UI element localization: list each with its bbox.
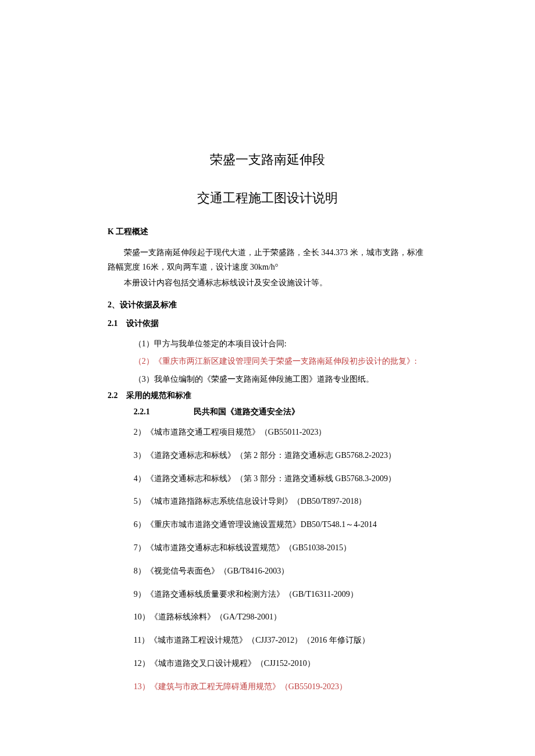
list-item: 5）《城市道路指路标志系统信息设计导则》（DB50/T897-2018） xyxy=(134,495,427,508)
list-item: （1）甲方与我单位签定的本项目设计合同: xyxy=(134,337,427,351)
document-subtitle: 交通工程施工图设计说明 xyxy=(108,189,427,207)
list-item: 12）《城市道路交叉口设计规程》（CJJ152-2010） xyxy=(134,657,427,671)
section-k-paragraph-2: 本册设计内容包括交通标志标线设计及安全设施设计等。 xyxy=(108,275,427,290)
list-item: （3）我单位编制的《荣盛一支路南延伸段施工图》道路专业图纸。 xyxy=(134,372,427,386)
list-item: 6）《重庆市城市道路交通管理设施设置规范》DB50/T548.1～4-2014 xyxy=(134,518,427,532)
section-k-header: K 工程概述 xyxy=(108,227,427,237)
section-2-1-header: 2.1 设计依据 xyxy=(108,318,427,329)
standard-number: 2.2.1 xyxy=(134,407,192,417)
document-title: 荣盛一支路南延伸段 xyxy=(108,151,427,169)
standard-text: 民共和国《道路交通安全法》 xyxy=(194,407,299,416)
list-item: 11）《城市道路工程设计规范》（CJJ37-2012）（2016 年修订版） xyxy=(134,633,427,647)
section-k-paragraph-1: 荣盛一支路南延伸段起于现代大道，止于荣盛路，全长 344.373 米，城市支路，… xyxy=(108,245,427,274)
standards-list: 2）《城市道路交通工程项目规范》（GB55011-2023） 3）《道路交通标志… xyxy=(108,425,427,694)
section-2-2-header: 2.2 采用的规范和标准 xyxy=(108,390,427,401)
list-item: 4）《道路交通标志和标线》（第 3 部分：道路交通标线 GB5768.3-200… xyxy=(134,472,427,486)
list-item: 8）《视觉信号表面色》（GB/T8416-2003） xyxy=(134,564,427,578)
list-item: （2）《重庆市两江新区建设管理同关于荣盛一支路南延伸段初步设计的批复》: xyxy=(134,354,427,368)
list-item: 13）《建筑与市政工程无障碍通用规范》（GB55019-2023） xyxy=(134,680,427,694)
section-2-header: 2、设计依据及标准 xyxy=(108,300,427,310)
list-item: 7）《城市道路交通标志和标线设置规范》（GB51038-2015） xyxy=(134,541,427,555)
standard-first-item: 2.2.1 民共和国《道路交通安全法》 xyxy=(134,407,427,417)
list-item: 10）《道路标线涂料》（GA/T298-2001） xyxy=(134,610,427,624)
list-item: 3）《道路交通标志和标线》（第 2 部分：道路交通标志 GB5768.2-202… xyxy=(134,449,427,463)
list-item: 9）《道路交通标线质量要求和检测方法》（GB/T16311-2009） xyxy=(134,587,427,601)
list-item: 2）《城市道路交通工程项目规范》（GB55011-2023） xyxy=(134,425,427,439)
design-basis-list: （1）甲方与我单位签定的本项目设计合同: （2）《重庆市两江新区建设管理同关于荣… xyxy=(108,337,427,386)
